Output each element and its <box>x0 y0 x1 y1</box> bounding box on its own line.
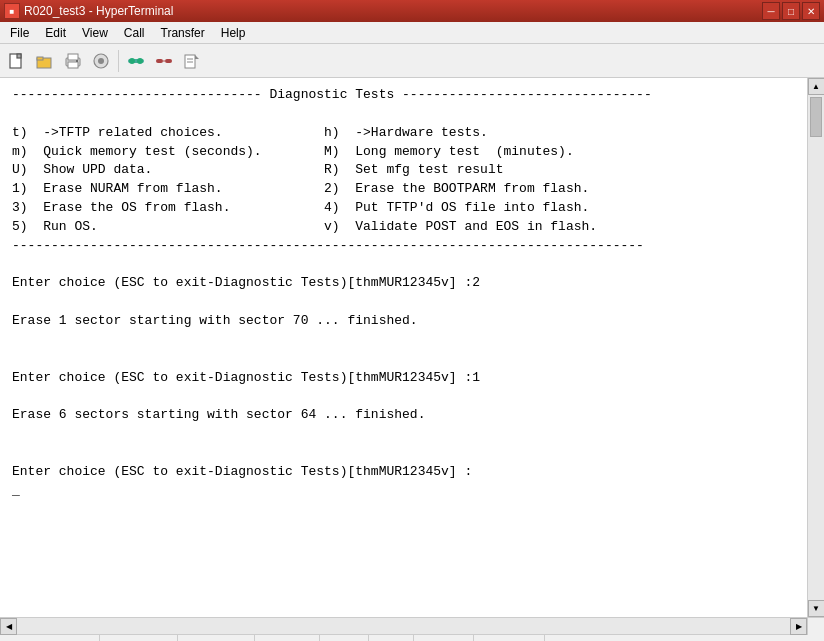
app-icon: ■ <box>4 3 20 19</box>
disconnect-button[interactable] <box>151 48 177 74</box>
status-caps: CAPS <box>320 635 370 641</box>
svg-point-7 <box>76 60 78 62</box>
connect-button[interactable] <box>123 48 149 74</box>
scroll-thumb-v[interactable] <box>810 97 822 137</box>
svg-point-9 <box>98 58 104 64</box>
new-connection-button[interactable] <box>4 48 30 74</box>
svg-rect-3 <box>37 57 43 60</box>
terminal-text: -------------------------------- Diagnos… <box>12 86 795 501</box>
svg-rect-13 <box>156 59 163 63</box>
svg-marker-17 <box>195 55 199 59</box>
status-disconnected: Disconnected <box>0 635 100 641</box>
close-button[interactable]: ✕ <box>802 2 820 20</box>
status-baud: 9600 8-N-1 <box>178 635 255 641</box>
status-print-echo: Print echo <box>474 635 545 641</box>
svg-rect-6 <box>68 62 78 68</box>
status-num: NUM <box>369 635 413 641</box>
maximize-button[interactable]: □ <box>782 2 800 20</box>
scroll-down-button[interactable]: ▼ <box>808 600 825 617</box>
scroll-corner <box>807 618 824 635</box>
scroll-track-v[interactable] <box>808 95 824 600</box>
window-title: R020_test3 - HyperTerminal <box>24 4 173 18</box>
main-area: -------------------------------- Diagnos… <box>0 78 824 617</box>
title-bar-left: ■ R020_test3 - HyperTerminal <box>4 3 173 19</box>
menu-bar: File Edit View Call Transfer Help <box>0 22 824 44</box>
open-button[interactable] <box>32 48 58 74</box>
svg-rect-5 <box>68 54 78 60</box>
menu-file[interactable]: File <box>2 22 37 43</box>
status-bar: Disconnected Auto detect 9600 8-N-1 SCRO… <box>0 634 824 641</box>
menu-view[interactable]: View <box>74 22 116 43</box>
toolbar <box>0 44 824 78</box>
svg-point-12 <box>137 58 143 64</box>
scroll-up-button[interactable]: ▲ <box>808 78 825 95</box>
horizontal-scrollbar-container: ◀ ▶ <box>0 617 824 634</box>
menu-call[interactable]: Call <box>116 22 153 43</box>
menu-edit[interactable]: Edit <box>37 22 74 43</box>
terminal-output[interactable]: -------------------------------- Diagnos… <box>0 78 807 617</box>
scroll-track-h[interactable] <box>17 618 790 634</box>
status-scroll: SCROLL <box>255 635 320 641</box>
menu-transfer[interactable]: Transfer <box>153 22 213 43</box>
svg-rect-1 <box>17 54 21 58</box>
send-file-button[interactable] <box>179 48 205 74</box>
title-bar: ■ R020_test3 - HyperTerminal ─ □ ✕ <box>0 0 824 22</box>
window-controls: ─ □ ✕ <box>762 2 820 20</box>
status-auto-detect: Auto detect <box>100 635 178 641</box>
menu-help[interactable]: Help <box>213 22 254 43</box>
toolbar-separator-1 <box>118 50 119 72</box>
svg-point-11 <box>129 58 135 64</box>
minimize-button[interactable]: ─ <box>762 2 780 20</box>
svg-rect-14 <box>165 59 172 63</box>
scroll-right-button[interactable]: ▶ <box>790 618 807 635</box>
status-capture: Capture <box>414 635 474 641</box>
scroll-left-button[interactable]: ◀ <box>0 618 17 635</box>
vertical-scrollbar[interactable]: ▲ ▼ <box>807 78 824 617</box>
print-button[interactable] <box>60 48 86 74</box>
properties-button[interactable] <box>88 48 114 74</box>
